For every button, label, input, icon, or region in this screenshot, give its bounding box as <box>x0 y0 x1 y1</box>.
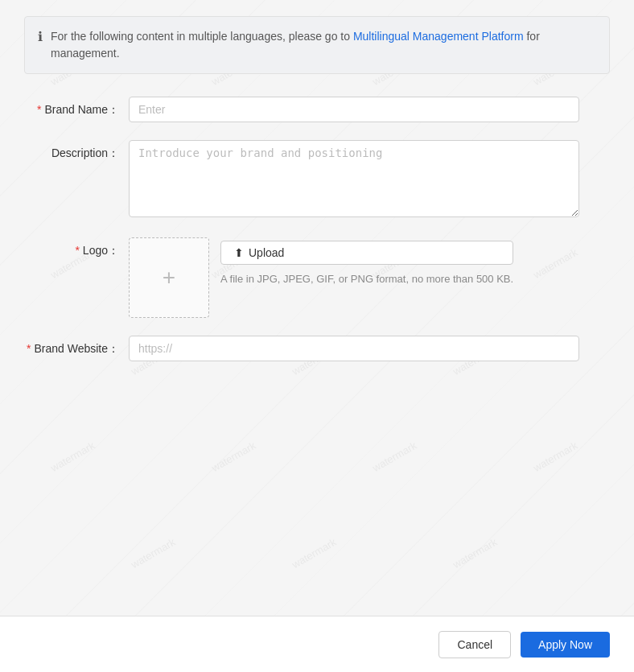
upload-button[interactable]: ⬆ Upload <box>220 241 513 265</box>
logo-field-wrapper: + ⬆ Upload A file in JPG, JPEG, GIF, or … <box>129 237 579 318</box>
upload-hint: A file in JPG, JPEG, GIF, or PNG format,… <box>220 273 513 285</box>
description-field-wrapper <box>129 140 579 220</box>
logo-placeholder[interactable]: + <box>129 237 209 318</box>
required-star-website: * <box>27 342 31 355</box>
description-label: Description： <box>24 140 129 161</box>
logo-row: *Logo： + ⬆ Upload A file in JPG, JPEG, G… <box>24 237 610 318</box>
cancel-button[interactable]: Cancel <box>438 631 511 658</box>
info-banner: ℹ For the following content in multiple … <box>24 16 610 74</box>
info-banner-text: For the following content in multiple la… <box>51 28 596 62</box>
required-star-logo: * <box>75 244 79 257</box>
brand-name-field-wrapper <box>129 97 579 122</box>
brand-website-field-wrapper <box>129 336 579 361</box>
multilingual-platform-link[interactable]: Multilingual Management Platform <box>353 30 524 43</box>
info-icon: ℹ <box>38 29 43 44</box>
brand-website-label: *Brand Website： <box>24 336 129 357</box>
description-row: Description： <box>24 140 610 220</box>
brand-name-input[interactable] <box>129 97 579 122</box>
brand-name-row: *Brand Name： <box>24 97 610 122</box>
brand-website-input[interactable] <box>129 336 579 361</box>
logo-upload-controls: ⬆ Upload A file in JPG, JPEG, GIF, or PN… <box>220 237 513 285</box>
logo-upload-area: + ⬆ Upload A file in JPG, JPEG, GIF, or … <box>129 237 579 318</box>
main-content: ℹ For the following content in multiple … <box>0 0 634 460</box>
brand-website-row: *Brand Website： <box>24 336 610 361</box>
plus-icon: + <box>163 266 175 289</box>
required-star: * <box>37 103 41 116</box>
footer: Cancel Apply Now <box>0 616 634 672</box>
brand-name-label: *Brand Name： <box>24 97 129 117</box>
upload-icon: ⬆ <box>234 246 244 259</box>
apply-now-button[interactable]: Apply Now <box>521 632 610 658</box>
description-textarea[interactable] <box>129 140 579 217</box>
logo-label: *Logo： <box>24 237 129 258</box>
